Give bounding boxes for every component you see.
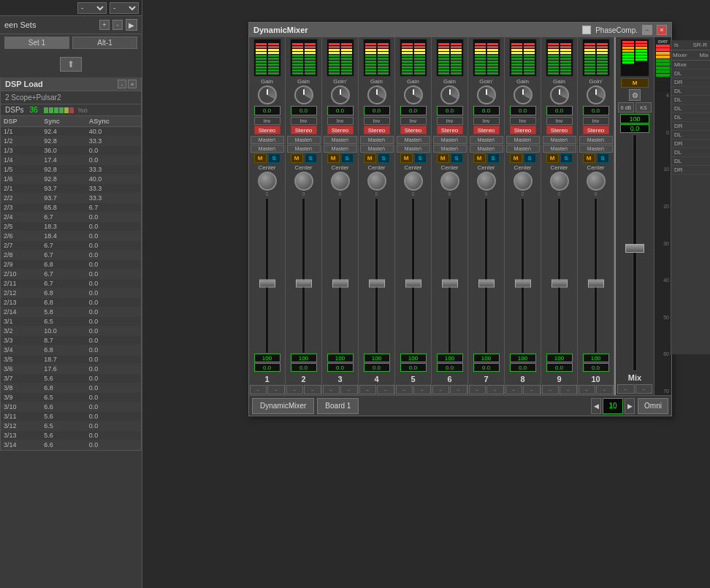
bot-btn-b-8[interactable]: − (523, 385, 541, 394)
stereo-btn-10[interactable]: Stereo (583, 126, 609, 134)
s-btn-7[interactable]: S (487, 153, 500, 163)
inv-btn-1[interactable]: Inv (254, 117, 280, 125)
master2-btn-2[interactable]: Master\ (287, 145, 321, 153)
master1-btn-7[interactable]: Master\ (470, 136, 503, 144)
fader-track-2[interactable] (302, 198, 305, 354)
arrow-right-btn[interactable]: ▶ (126, 19, 137, 31)
master1-btn-8[interactable]: Master\ (506, 136, 540, 144)
master2-btn-6[interactable]: Master\ (433, 145, 467, 153)
bot-btn-a-8[interactable]: − (505, 385, 523, 394)
fader-track-4[interactable] (375, 198, 378, 354)
mix-6db-btn[interactable]: 6 dB (618, 102, 634, 112)
s-btn-3[interactable]: S (341, 153, 354, 163)
gain-knob-6[interactable] (440, 85, 459, 104)
stereo-btn-5[interactable]: Stereo (400, 126, 427, 134)
fader-track-1[interactable] (265, 198, 269, 354)
fader-handle-4[interactable] (369, 280, 385, 288)
inv-btn-2[interactable]: Inv (291, 117, 317, 125)
s-btn-4[interactable]: S (378, 153, 390, 163)
mix-m-btn[interactable]: M (621, 78, 649, 88)
stereo-btn-2[interactable]: Stereo (291, 126, 317, 134)
gain-knob-9[interactable] (550, 85, 569, 104)
pan-knob-7[interactable] (477, 172, 496, 191)
fader-track-9[interactable] (557, 198, 561, 354)
mix-gear-icon[interactable]: ⚙ (629, 89, 641, 101)
fader-handle-8[interactable] (515, 280, 531, 288)
m-btn-9[interactable]: M (546, 153, 559, 163)
stereo-btn-1[interactable]: Stereo (254, 126, 280, 134)
fader-track-10[interactable] (594, 198, 598, 354)
fader-handle-1[interactable] (259, 280, 275, 288)
inv-btn-3[interactable]: Inv (327, 117, 354, 125)
dropdown-2[interactable]: - (110, 2, 139, 14)
stereo-btn-9[interactable]: Stereo (546, 126, 573, 134)
bot-btn-a-7[interactable]: − (469, 385, 486, 394)
stereo-btn-6[interactable]: Stereo (437, 126, 463, 134)
fader-handle-9[interactable] (551, 280, 568, 288)
mix-ks-btn[interactable]: KS (635, 102, 652, 112)
fader-track-3[interactable] (338, 198, 342, 354)
fader-handle-5[interactable] (405, 280, 421, 288)
master2-btn-5[interactable]: Master\ (397, 145, 430, 153)
master2-btn-1[interactable]: Master\ (251, 145, 284, 153)
bot-btn-b-9[interactable]: − (560, 385, 577, 394)
master1-btn-3[interactable]: Master\ (324, 136, 357, 144)
stereo-btn-8[interactable]: Stereo (510, 126, 536, 134)
mixer-minimize-btn[interactable]: − (642, 25, 652, 35)
master1-btn-10[interactable]: Master\ (579, 136, 613, 144)
bot-btn-a-3[interactable]: − (323, 385, 340, 394)
dsp-minimize-btn[interactable]: - (118, 80, 126, 88)
s-btn-6[interactable]: S (451, 153, 463, 163)
gain-knob-2[interactable] (294, 85, 313, 104)
fader-track-5[interactable] (411, 198, 415, 354)
pan-knob-4[interactable] (367, 172, 386, 191)
mixer-omni-btn[interactable]: Omni (638, 398, 668, 414)
master2-btn-8[interactable]: Master\ (506, 145, 540, 153)
bot-btn-b-3[interactable]: − (340, 385, 358, 394)
mixer-phase-checkbox[interactable] (582, 26, 591, 34)
m-btn-1[interactable]: M (254, 153, 267, 163)
gain-knob-8[interactable] (514, 85, 532, 104)
s-btn-10[interactable]: S (597, 153, 609, 163)
bot-btn-b-2[interactable]: − (304, 385, 321, 394)
mixer-close-btn[interactable]: × (657, 25, 667, 35)
mixer-footer-tab1[interactable]: DynamicMixer (252, 398, 314, 414)
master1-btn-9[interactable]: Master\ (543, 136, 576, 144)
master2-btn-7[interactable]: Master\ (470, 145, 503, 153)
bot-btn-a-5[interactable]: − (396, 385, 413, 394)
master1-btn-6[interactable]: Master\ (433, 136, 467, 144)
m-btn-6[interactable]: M (437, 153, 449, 163)
fader-handle-2[interactable] (296, 280, 312, 288)
fader-track-6[interactable] (448, 198, 451, 354)
bot-btn-a-6[interactable]: − (432, 385, 450, 394)
bot-btn-a-1[interactable]: − (250, 385, 267, 394)
inv-btn-7[interactable]: Inv (473, 117, 500, 125)
m-btn-7[interactable]: M (473, 153, 486, 163)
page-next-btn[interactable]: ▶ (625, 398, 635, 414)
s-btn-9[interactable]: S (560, 153, 573, 163)
s-btn-8[interactable]: S (524, 153, 536, 163)
m-btn-10[interactable]: M (583, 153, 595, 163)
master2-btn-3[interactable]: Master\ (324, 145, 357, 153)
stereo-btn-4[interactable]: Stereo (364, 126, 390, 134)
fader-handle-3[interactable] (332, 280, 348, 288)
fader-track-7[interactable] (484, 198, 488, 354)
mix-fader-track[interactable] (633, 134, 637, 371)
inv-btn-10[interactable]: Inv (583, 117, 609, 125)
master1-btn-4[interactable]: Master\ (360, 136, 394, 144)
gain-knob-10[interactable] (587, 85, 606, 104)
inv-btn-5[interactable]: Inv (400, 117, 427, 125)
set-1-btn[interactable]: Set 1 (4, 37, 69, 49)
bot-btn-a-9[interactable]: − (542, 385, 560, 394)
m-btn-3[interactable]: M (327, 153, 340, 163)
inv-btn-6[interactable]: Inv (437, 117, 463, 125)
s-btn-1[interactable]: S (268, 153, 280, 163)
master1-btn-2[interactable]: Master\ (287, 136, 321, 144)
gain-knob-4[interactable] (367, 85, 386, 104)
bot-btn-a-2[interactable]: − (286, 385, 304, 394)
alt-1-btn[interactable]: Alt-1 (72, 37, 137, 49)
add-set-btn[interactable]: + (99, 20, 110, 30)
pan-knob-8[interactable] (514, 172, 532, 191)
m-btn-2[interactable]: M (291, 153, 303, 163)
fader-handle-7[interactable] (478, 280, 495, 288)
